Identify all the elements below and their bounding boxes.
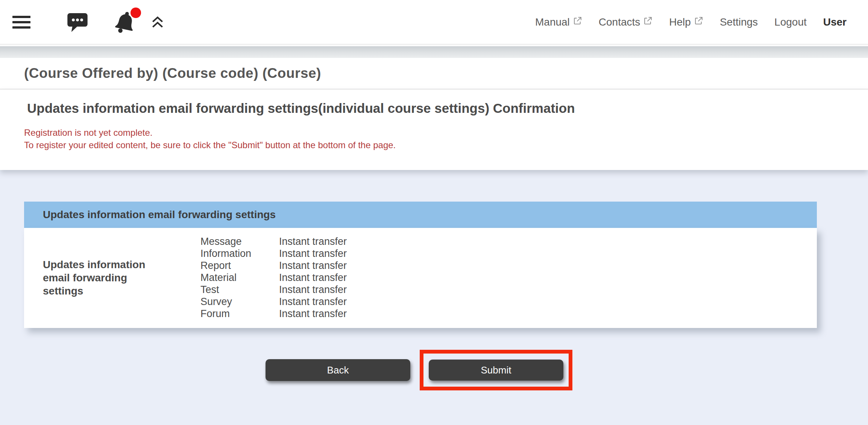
nav-help[interactable]: Help bbox=[669, 16, 703, 28]
nav-manual-label: Manual bbox=[535, 16, 570, 28]
settings-table-body: Updates information email forwarding set… bbox=[24, 228, 817, 328]
nav-manual[interactable]: Manual bbox=[535, 16, 582, 28]
table-row: Survey Instant transfer bbox=[200, 296, 347, 308]
table-row: Information Instant transfer bbox=[200, 247, 347, 260]
table-row: Message Instant transfer bbox=[200, 235, 347, 247]
settings-table: Updates information email forwarding set… bbox=[24, 202, 817, 328]
submit-button[interactable]: Submit bbox=[429, 360, 563, 381]
row-category: Survey bbox=[200, 296, 279, 308]
row-category: Information bbox=[200, 247, 279, 260]
messages-icon[interactable] bbox=[66, 11, 89, 33]
nav-logout[interactable]: Logout bbox=[774, 16, 807, 28]
external-link-icon bbox=[694, 16, 703, 28]
row-category: Message bbox=[200, 235, 279, 247]
nav-help-label: Help bbox=[669, 16, 691, 28]
external-link-icon bbox=[643, 16, 653, 28]
row-value: Instant transfer bbox=[279, 247, 347, 260]
settings-row-label: Updates information email forwarding set… bbox=[24, 258, 200, 298]
nav-settings-label: Settings bbox=[720, 16, 758, 28]
notifications-bell-icon[interactable] bbox=[113, 10, 137, 35]
row-value: Instant transfer bbox=[279, 308, 347, 320]
nav-settings[interactable]: Settings bbox=[720, 16, 758, 28]
row-category: Report bbox=[200, 260, 279, 272]
nav-contacts[interactable]: Contacts bbox=[599, 16, 653, 28]
main-content: Updates information email forwarding set… bbox=[0, 170, 868, 425]
row-value: Instant transfer bbox=[279, 235, 347, 247]
nav-contacts-label: Contacts bbox=[599, 16, 640, 28]
submit-highlight-box: Submit bbox=[420, 350, 572, 390]
hamburger-menu-icon[interactable] bbox=[12, 15, 30, 29]
notification-badge bbox=[131, 8, 141, 18]
row-value: Instant transfer bbox=[279, 284, 347, 296]
nav-user-label: User bbox=[823, 16, 847, 28]
nav-user[interactable]: User bbox=[823, 16, 847, 28]
row-value: Instant transfer bbox=[279, 272, 347, 284]
course-title: (Course Offered by) (Course code) (Cours… bbox=[24, 65, 321, 81]
external-link-icon bbox=[573, 16, 582, 28]
back-button[interactable]: Back bbox=[266, 359, 410, 381]
warning-line-1: Registration is not yet complete. bbox=[24, 126, 868, 139]
table-row: Forum Instant transfer bbox=[200, 308, 347, 320]
page-title: Updates information email forwarding set… bbox=[27, 101, 868, 116]
action-buttons-row: Back Submit bbox=[0, 350, 853, 390]
row-category: Material bbox=[200, 272, 279, 284]
top-nav: Manual Contacts Help bbox=[535, 16, 868, 28]
row-value: Instant transfer bbox=[279, 296, 347, 308]
settings-table-header: Updates information email forwarding set… bbox=[24, 202, 817, 228]
confirmation-section: Updates information email forwarding set… bbox=[0, 90, 868, 170]
top-bar: Manual Contacts Help bbox=[0, 0, 868, 44]
top-bar-left-icons bbox=[0, 10, 165, 35]
warning-line-2: To register your edited content, be sure… bbox=[24, 139, 868, 151]
row-value: Instant transfer bbox=[279, 260, 347, 272]
row-category: Forum bbox=[200, 308, 279, 320]
header-divider-band bbox=[0, 44, 868, 58]
row-category: Test bbox=[200, 284, 279, 296]
table-row: Test Instant transfer bbox=[200, 284, 347, 296]
table-row: Report Instant transfer bbox=[200, 260, 347, 272]
nav-logout-label: Logout bbox=[774, 16, 807, 28]
course-title-bar: (Course Offered by) (Course code) (Cours… bbox=[0, 58, 868, 90]
table-row: Material Instant transfer bbox=[200, 272, 347, 284]
collapse-double-chevron-up-icon[interactable] bbox=[150, 15, 165, 29]
settings-rows: Message Instant transfer Information Ins… bbox=[200, 235, 347, 320]
